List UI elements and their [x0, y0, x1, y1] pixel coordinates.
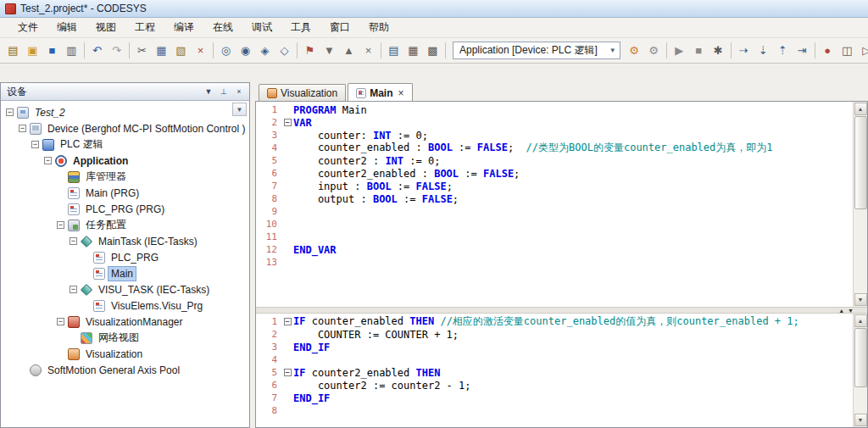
- find-button[interactable]: ◎: [216, 41, 236, 60]
- expander-icon[interactable]: −: [4, 108, 15, 116]
- visu-manager-icon: [68, 316, 80, 328]
- scroll-up-icon[interactable]: ▲: [854, 103, 867, 115]
- bookmark-prev-button[interactable]: ▲: [339, 41, 359, 60]
- menu-item-在线[interactable]: 在线: [203, 18, 242, 37]
- tab-visualization[interactable]: Visualization: [259, 84, 346, 101]
- declarations-view-button[interactable]: ▤: [384, 41, 403, 60]
- breakpoint-button[interactable]: ●: [818, 41, 837, 60]
- code-line: 3 counter: INT := 0;: [256, 129, 853, 142]
- redo-button[interactable]: ↷: [107, 41, 126, 60]
- tab-label: Visualization: [281, 87, 337, 99]
- tree-item[interactable]: Visualization: [1, 346, 249, 362]
- bookmark-next-button[interactable]: ▼: [320, 41, 339, 60]
- dock-dropdown-button[interactable]: ▼: [202, 86, 215, 98]
- find-replace-button[interactable]: ◉: [236, 41, 255, 60]
- expander-icon[interactable]: −: [17, 125, 28, 132]
- tree-item[interactable]: −任务配置: [1, 217, 249, 233]
- window-split-button[interactable]: ◫: [837, 41, 857, 60]
- scroll-down-icon[interactable]: ▼: [854, 414, 867, 426]
- tools-button[interactable]: ✱: [709, 41, 728, 60]
- splitter-up-icon[interactable]: ▲: [838, 308, 844, 314]
- editor-splitter[interactable]: ▲ ▼: [256, 307, 867, 314]
- tree-item[interactable]: SoftMotion General Axis Pool: [1, 362, 249, 378]
- forward-button[interactable]: ▷: [857, 41, 868, 60]
- scroll-thumb[interactable]: [854, 116, 867, 209]
- find-settings-button[interactable]: ◇: [275, 41, 294, 60]
- tree-item[interactable]: PLC_PRG (PRG): [1, 201, 249, 217]
- expander-icon[interactable]: −: [68, 237, 79, 245]
- scroll-down-icon[interactable]: ▼: [854, 293, 867, 306]
- expander-icon[interactable]: −: [30, 141, 41, 148]
- tree-dropdown-button[interactable]: ▼: [232, 103, 247, 116]
- menu-item-帮助[interactable]: 帮助: [359, 18, 398, 37]
- save-button[interactable]: ■: [42, 41, 62, 60]
- stop-button[interactable]: ■: [689, 41, 709, 60]
- start-button[interactable]: ▶: [670, 41, 689, 60]
- open-project-button[interactable]: ▣: [23, 41, 42, 60]
- find-next-button[interactable]: ◈: [255, 41, 275, 60]
- tree-item[interactable]: −Device (Berghof MC-PI SoftMotion Contro…: [1, 120, 249, 136]
- watch-view-button[interactable]: ▩: [423, 41, 442, 60]
- fold-collapse-icon[interactable]: −: [281, 318, 293, 325]
- undo-button[interactable]: ↶: [87, 41, 107, 60]
- bookmark-clear-button[interactable]: ×: [359, 41, 378, 60]
- library-icon: [68, 171, 80, 183]
- expander-icon[interactable]: −: [55, 318, 66, 325]
- close-panel-button[interactable]: ×: [232, 86, 246, 98]
- pin-button[interactable]: ⊥: [217, 86, 231, 98]
- tree-item[interactable]: −Application: [1, 153, 249, 169]
- expander-icon[interactable]: −: [42, 157, 53, 164]
- step-into-button[interactable]: ⇣: [754, 41, 773, 60]
- task-icon: [81, 283, 92, 295]
- application-combo[interactable]: Application [Device: PLC 逻辑]▼: [453, 42, 620, 59]
- tree-item[interactable]: −MainTask (IEC-Tasks): [1, 233, 249, 249]
- paste-button[interactable]: ▧: [171, 41, 191, 60]
- tab-close-icon[interactable]: ×: [398, 87, 404, 99]
- tree-item[interactable]: Main: [1, 265, 249, 281]
- menu-item-文件[interactable]: 文件: [8, 18, 47, 37]
- tree-item[interactable]: −PLC 逻辑: [1, 136, 249, 153]
- menu-item-工具[interactable]: 工具: [281, 18, 320, 37]
- expander-icon[interactable]: −: [55, 221, 66, 229]
- menu-item-工程[interactable]: 工程: [125, 18, 164, 37]
- tree-item[interactable]: 网络视图: [1, 330, 249, 346]
- new-file-button[interactable]: ▤: [3, 41, 23, 60]
- tree-item[interactable]: PLC_PRG: [1, 249, 249, 265]
- menu-item-视图[interactable]: 视图: [86, 18, 125, 37]
- menu-item-调试[interactable]: 调试: [242, 18, 281, 37]
- io-mapping-button[interactable]: ▦: [403, 41, 423, 60]
- step-out-button[interactable]: ⇡: [773, 41, 793, 60]
- tree-item[interactable]: −VISU_TASK (IEC-Tasks): [1, 281, 249, 297]
- menu-item-窗口[interactable]: 窗口: [320, 18, 359, 37]
- tree-item[interactable]: Main (PRG): [1, 185, 249, 201]
- splitter-down-icon[interactable]: ▼: [848, 308, 854, 314]
- tree-item[interactable]: −Test_2: [1, 104, 249, 120]
- body-scrollbar[interactable]: ▲ ▼: [853, 314, 867, 427]
- declaration-scrollbar[interactable]: ▲ ▼: [853, 102, 867, 307]
- tree-item-label: Test_2: [32, 106, 68, 120]
- fold-collapse-icon[interactable]: −: [281, 119, 293, 126]
- bookmark-toggle-button[interactable]: ⚑: [300, 41, 320, 60]
- tab-main[interactable]: Main×: [348, 83, 412, 102]
- fold-collapse-icon[interactable]: −: [281, 369, 293, 376]
- scroll-thumb[interactable]: [854, 328, 867, 387]
- expander-icon[interactable]: −: [68, 286, 79, 293]
- cut-button[interactable]: ✂: [132, 41, 152, 60]
- print-button[interactable]: ▥: [62, 41, 81, 60]
- build-button[interactable]: ⚙: [625, 41, 644, 60]
- scroll-up-icon[interactable]: ▲: [854, 314, 867, 327]
- step-over-button[interactable]: ⇢: [734, 41, 754, 60]
- delete-button[interactable]: ×: [191, 41, 210, 60]
- menu-item-编辑[interactable]: 编辑: [47, 18, 86, 37]
- tree-item[interactable]: VisuElems.Visu_Prg: [1, 297, 249, 314]
- copy-button[interactable]: ▦: [152, 41, 171, 60]
- tree-item[interactable]: −VisualizationManager: [1, 314, 249, 330]
- body-code[interactable]: 1−IF counter_enabled THEN //相应的激活变量count…: [256, 314, 853, 427]
- declaration-code[interactable]: 1PROGRAM Main2−VAR3 counter: INT := 0;4 …: [256, 102, 853, 307]
- project-icon: [17, 107, 29, 119]
- menu-item-编译[interactable]: 编译: [164, 18, 203, 37]
- tree-item[interactable]: 库管理器: [1, 169, 249, 185]
- rebuild-button[interactable]: ⚙: [644, 41, 664, 60]
- run-to-cursor-button[interactable]: ⇥: [793, 41, 812, 60]
- prg-ref-icon: [93, 268, 105, 280]
